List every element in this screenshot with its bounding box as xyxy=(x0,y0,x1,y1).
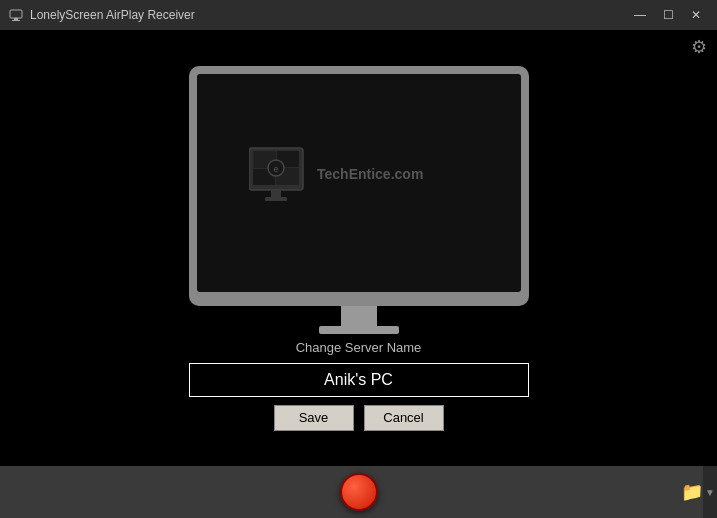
cancel-button[interactable]: Cancel xyxy=(364,405,444,431)
minimize-button[interactable]: — xyxy=(627,5,653,25)
svg-text:TechEntice.com: TechEntice.com xyxy=(317,166,423,182)
svg-rect-7 xyxy=(271,190,281,197)
watermark: e TechEntice.com xyxy=(249,143,469,223)
server-name-input[interactable] xyxy=(189,363,529,397)
monitor-display: e TechEntice.com xyxy=(189,66,529,306)
close-button[interactable]: ✕ xyxy=(683,5,709,25)
svg-rect-1 xyxy=(14,18,18,20)
maximize-button[interactable]: ☐ xyxy=(655,5,681,25)
scroll-indicator: ▼ xyxy=(703,466,717,518)
monitor-screen: e TechEntice.com xyxy=(197,74,521,292)
folder-icon: 📁 xyxy=(681,482,703,502)
monitor-area: e TechEntice.com Change Server Name Save… xyxy=(189,66,529,431)
scroll-arrow-icon: ▼ xyxy=(705,487,715,498)
svg-rect-2 xyxy=(12,20,20,21)
monitor-stand-base xyxy=(319,326,399,334)
svg-rect-0 xyxy=(10,10,22,18)
change-server-label: Change Server Name xyxy=(296,340,422,355)
window-controls: — ☐ ✕ xyxy=(627,5,709,25)
settings-button[interactable]: ⚙ xyxy=(691,38,707,56)
monitor-stand-neck xyxy=(341,306,377,326)
title-bar: LonelyScreen AirPlay Receiver — ☐ ✕ xyxy=(0,0,717,30)
folder-button[interactable]: 📁 xyxy=(681,481,703,503)
buttons-row: Save Cancel xyxy=(274,405,444,431)
save-button[interactable]: Save xyxy=(274,405,354,431)
app-icon xyxy=(8,7,24,23)
svg-rect-8 xyxy=(265,197,287,201)
svg-text:e: e xyxy=(273,164,278,174)
bottom-bar: 📁 ▼ xyxy=(0,466,717,518)
main-content: ⚙ xyxy=(0,30,717,466)
record-button[interactable] xyxy=(340,473,378,511)
app-title: LonelyScreen AirPlay Receiver xyxy=(30,8,627,22)
